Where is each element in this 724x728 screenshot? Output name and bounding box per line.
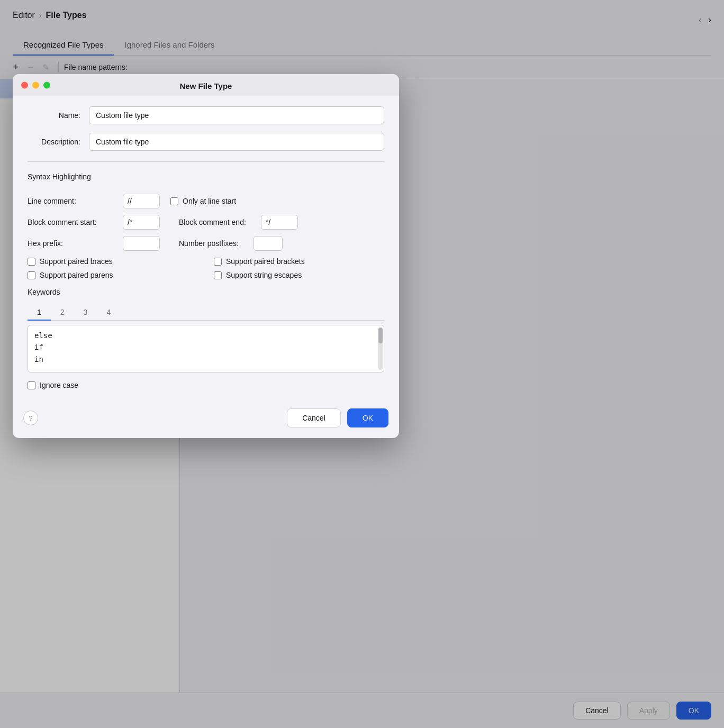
support-string-escapes-checkbox[interactable] (214, 271, 222, 279)
name-label: Name: (28, 111, 80, 120)
support-string-escapes-label: Support string escapes (226, 271, 302, 279)
support-paired-braces-label: Support paired braces (40, 257, 113, 266)
kw-tab-1[interactable]: 1 (28, 305, 51, 321)
modal-body: Name: Description: Syntax Highlighting L… (13, 96, 399, 402)
name-row: Name: (28, 106, 384, 124)
modal-ok-button[interactable]: OK (347, 408, 388, 427)
line-comment-row: Line comment: Only at line start (28, 194, 384, 208)
ignore-case-label: Ignore case (40, 381, 78, 389)
only-at-line-start-row: Only at line start (170, 197, 236, 205)
syntax-grid: Line comment: Only at line start Block c… (28, 194, 384, 279)
block-comment-start-input[interactable] (123, 215, 160, 230)
number-postfixes-label: Number postfixes: (179, 239, 239, 248)
modal-titlebar: New File Type (13, 74, 399, 96)
only-at-line-start-label: Only at line start (183, 197, 236, 205)
support-paired-brackets-row: Support paired brackets (214, 257, 384, 266)
modal-title: New File Type (180, 81, 232, 90)
only-at-line-start-checkbox[interactable] (170, 197, 178, 205)
keywords-textarea[interactable]: else if in (28, 325, 384, 372)
keywords-tabs: 1 2 3 4 (28, 305, 384, 321)
keywords-section: Keywords 1 2 3 4 else if in (28, 288, 384, 372)
keywords-scrollbar (378, 327, 383, 370)
checkboxes-grid: Support paired braces Support paired bra… (28, 257, 384, 279)
keywords-scrollbar-thumb (378, 327, 383, 343)
line-comment-label: Line comment: (28, 197, 112, 205)
kw-tab-4[interactable]: 4 (97, 305, 120, 321)
modal-footer: ? Cancel OK (13, 402, 399, 438)
block-comment-end-label: Block comment end: (179, 218, 246, 226)
syntax-section-title: Syntax Highlighting (28, 172, 384, 181)
description-input[interactable] (89, 133, 384, 151)
name-input[interactable] (89, 106, 384, 124)
traffic-lights (21, 81, 50, 88)
hex-prefix-label: Hex prefix: (28, 239, 112, 248)
ignore-case-checkbox[interactable] (28, 381, 35, 389)
block-comment-row: Block comment start: Block comment end: (28, 215, 384, 230)
traffic-light-close[interactable] (21, 81, 28, 88)
support-paired-parens-row: Support paired parens (28, 271, 198, 279)
support-paired-brackets-label: Support paired brackets (226, 257, 305, 266)
hex-prefix-input[interactable] (123, 236, 160, 251)
support-string-escapes-row: Support string escapes (214, 271, 384, 279)
number-postfixes-input[interactable] (254, 236, 283, 251)
block-comment-start-label: Block comment start: (28, 218, 112, 226)
kw-tab-2[interactable]: 2 (51, 305, 74, 321)
help-button[interactable]: ? (23, 411, 38, 425)
support-paired-parens-label: Support paired parens (40, 271, 113, 279)
ignore-case-row: Ignore case (28, 381, 384, 389)
new-file-type-modal: New File Type Name: Description: Syntax … (13, 74, 399, 438)
modal-cancel-button[interactable]: Cancel (287, 408, 341, 427)
traffic-light-maximize[interactable] (43, 81, 50, 88)
modal-overlay: New File Type Name: Description: Syntax … (0, 0, 724, 728)
keywords-section-title: Keywords (28, 288, 384, 296)
traffic-light-minimize[interactable] (32, 81, 39, 88)
hex-number-row: Hex prefix: Number postfixes: (28, 236, 384, 251)
modal-footer-buttons: Cancel OK (287, 408, 388, 427)
kw-tab-3[interactable]: 3 (74, 305, 97, 321)
support-paired-brackets-checkbox[interactable] (214, 258, 222, 266)
block-comment-end-input[interactable] (261, 215, 298, 230)
line-comment-input[interactable] (123, 194, 160, 208)
description-label: Description: (28, 138, 80, 146)
support-paired-parens-checkbox[interactable] (28, 271, 35, 279)
support-paired-braces-row: Support paired braces (28, 257, 198, 266)
description-row: Description: (28, 133, 384, 151)
support-paired-braces-checkbox[interactable] (28, 258, 35, 266)
keywords-area: else if in (28, 325, 384, 372)
